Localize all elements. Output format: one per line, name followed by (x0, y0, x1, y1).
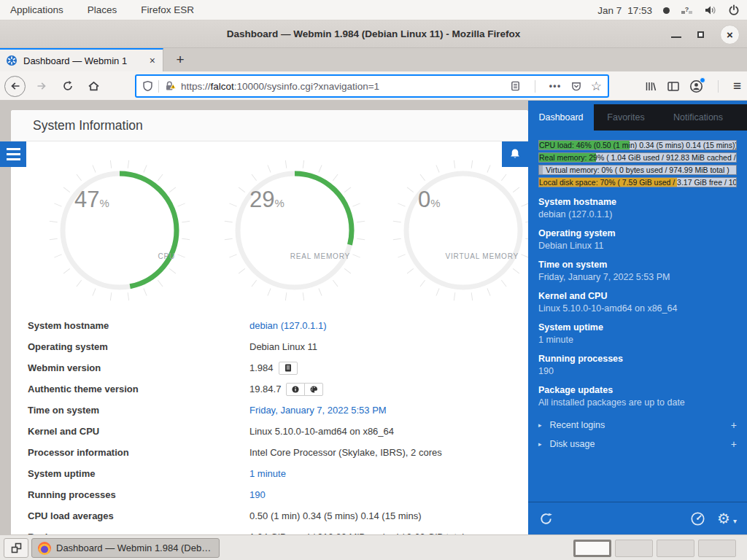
window-titlebar[interactable]: Dashboard — Webmin 1.984 (Debian Linux 1… (0, 20, 747, 48)
url-text[interactable]: https://falcot:10000/sysinfo.cgi?xnaviga… (181, 81, 510, 92)
uptime-link[interactable]: 1 minute (249, 468, 286, 479)
url-bar[interactable]: https://falcot:10000/sysinfo.cgi?xnaviga… (135, 74, 609, 98)
close-window-button[interactable]: × (720, 25, 740, 44)
table-row: Operating system Debian Linux 11 (11, 336, 528, 357)
webmin-sidebar: Dashboard Favorites Notifications CPU lo… (528, 101, 747, 534)
workspace-3[interactable] (657, 540, 694, 557)
info-icon (292, 386, 299, 393)
tab-dashboard[interactable]: Dashboard (528, 104, 594, 131)
account-icon[interactable] (689, 79, 703, 93)
account-notification-dot (700, 77, 705, 83)
taskbar-window-button[interactable]: Dashboard — Webmin 1.984 (Deb… (31, 538, 220, 558)
list-item: Kernel and CPU Linux 5.10.0-10-amd64 on … (538, 290, 737, 315)
list-item: System hostname debian (127.0.1.1) (538, 196, 737, 221)
maximize-button[interactable] (697, 31, 704, 38)
row-label: Operating system (11, 341, 249, 352)
theme-info-button[interactable] (286, 383, 305, 396)
expand-plus-icon[interactable]: + (731, 438, 737, 450)
real-memory-gauge: 29% REAL MEMORY (222, 158, 368, 303)
power-icon[interactable] (728, 4, 740, 16)
notifications-bell-button[interactable] (502, 141, 528, 167)
page-title: System Information (11, 110, 528, 141)
palette-icon (310, 386, 318, 393)
running-processes-link[interactable]: 190 (249, 489, 266, 500)
applications-menu[interactable]: Applications (10, 4, 63, 15)
system-time-link[interactable]: Friday, January 7, 2022 5:53 PM (249, 405, 387, 416)
recent-logins-section[interactable]: ▸ Recent logins + (528, 416, 747, 435)
gauge-value: 47% (74, 187, 109, 213)
workspace-4[interactable] (698, 540, 736, 557)
table-row: Webmin version 1.984 (11, 357, 528, 378)
tab-dashboard-webmin[interactable]: Dashboard — Webmin 1 × (0, 48, 163, 71)
library-icon[interactable] (644, 80, 657, 93)
row-value: 0.50 (1 min) 0.34 (5 mins) 0.14 (15 mins… (249, 510, 422, 521)
volume-icon[interactable] (704, 4, 717, 16)
system-info-table: System hostname debian (127.0.1.1) Opera… (11, 315, 528, 534)
page-actions-icon[interactable]: ••• (549, 81, 562, 91)
taskbar: Dashboard — Webmin 1.984 (Deb… (0, 534, 747, 560)
app-menu-icon[interactable]: ≡ (733, 78, 741, 94)
disk-usage-section[interactable]: ▸ Disk usage + (528, 435, 747, 454)
sidebars-icon[interactable] (667, 80, 680, 93)
chevron-down-icon: ▾ (733, 517, 737, 525)
bell-icon (509, 148, 521, 160)
row-value: 1.984 (249, 362, 298, 375)
refresh-icon (538, 511, 554, 526)
home-button[interactable] (83, 76, 104, 97)
theme-options-button[interactable] (304, 383, 323, 396)
system-monitor-button[interactable] (690, 511, 705, 526)
pocket-icon[interactable] (570, 81, 582, 92)
tab-close-icon[interactable]: × (148, 55, 157, 66)
chevron-right-icon: ▸ (538, 421, 542, 429)
list-item: Time on system Friday, January 7, 2022 5… (538, 259, 737, 284)
tab-notifications[interactable]: Notifications (658, 104, 738, 131)
expand-plus-icon[interactable]: + (731, 419, 737, 431)
list-item: Operating system Debian Linux 11 (538, 228, 737, 252)
hostname-link[interactable]: debian (127.0.1.1) (249, 320, 327, 331)
back-button[interactable] (4, 76, 26, 97)
table-row: Processor information Intel Core Process… (11, 442, 528, 463)
table-row: Running processes 190 (11, 484, 528, 505)
book-icon (285, 364, 292, 372)
new-tab-button[interactable]: + (169, 50, 191, 70)
usage-meters: CPU load: 46% (0.50 (1 min) 0.34 (5 mins… (538, 140, 737, 187)
tab-favorites[interactable]: Favorites (594, 104, 658, 131)
minimize-button[interactable] (671, 36, 681, 38)
navigation-toolbar: https://falcot:10000/sysinfo.cgi?xnaviga… (0, 71, 747, 101)
virtual-memory-gauge: 0% VIRTUAL MEMORY (390, 158, 528, 303)
row-value: Debian Linux 11 (249, 341, 317, 352)
webmin-changelog-button[interactable] (279, 362, 298, 375)
gnome-top-bar: Applications Places Firefox ESR Jan 717:… (0, 0, 747, 20)
refresh-button[interactable] (538, 511, 554, 526)
sidebar-tabs: Dashboard Favorites Notifications (528, 104, 747, 131)
disk-space-meter: Local disk space: 70% ( 7.59 GiB used / … (538, 177, 737, 187)
network-status-icon[interactable]: ? (681, 4, 693, 16)
webmin-menu-toggle-button[interactable] (0, 141, 26, 167)
row-label: Processor information (11, 447, 249, 458)
row-label: System uptime (11, 468, 249, 479)
window-title: Dashboard — Webmin 1.984 (Debian Linux 1… (0, 20, 747, 47)
reload-button[interactable] (57, 76, 78, 97)
table-row: Authentic theme version 19.84.7 (11, 378, 528, 400)
settings-button[interactable]: ⚙▾ (717, 511, 737, 526)
tab-bar: Dashboard — Webmin 1 × + (0, 48, 747, 71)
webmin-favicon (6, 55, 18, 66)
real-memory-meter: Real memory: 29% ( 1.04 GiB used / 912.8… (538, 152, 737, 163)
bookmark-star-icon[interactable]: ☆ (591, 80, 602, 93)
workspace-2[interactable] (615, 540, 653, 557)
workspace-switcher (573, 540, 736, 557)
table-row: Time on system Friday, January 7, 2022 5… (11, 400, 528, 421)
record-indicator-icon (663, 7, 670, 14)
row-label: CPU load averages (11, 510, 249, 521)
lock-warning-icon[interactable] (164, 80, 177, 92)
places-menu[interactable]: Places (88, 4, 117, 15)
clock[interactable]: Jan 717:53 (597, 5, 652, 16)
tab-title: Dashboard — Webmin 1 (23, 55, 127, 66)
sidebar-info-list: System hostname debian (127.0.1.1) Opera… (528, 196, 747, 409)
tracking-shield-icon[interactable] (142, 80, 153, 92)
window-switcher-button[interactable] (4, 538, 28, 558)
workspace-1[interactable] (573, 540, 611, 557)
forward-button[interactable] (31, 76, 52, 97)
reader-view-icon[interactable] (510, 80, 521, 92)
firefox-esr-menu[interactable]: Firefox ESR (141, 4, 194, 15)
